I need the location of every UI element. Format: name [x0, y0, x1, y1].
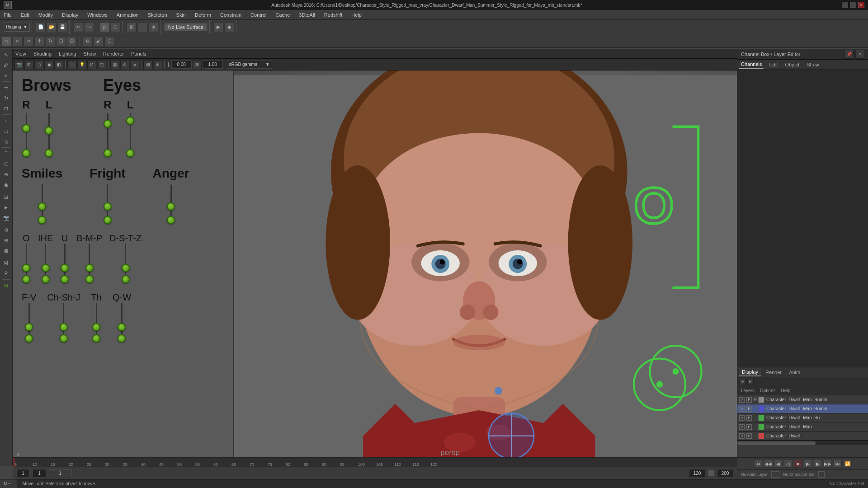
- phoneme-fv-knob[interactable]: [25, 323, 33, 331]
- eyes-l-slider[interactable]: [126, 113, 135, 149]
- maximize-button[interactable]: □: [850, 2, 856, 8]
- rotate-tool-btn[interactable]: ↻: [45, 36, 55, 46]
- vp-menu-renderer[interactable]: Renderer: [102, 51, 125, 56]
- prev-frame-btn[interactable]: ◀: [774, 460, 782, 468]
- python-icon[interactable]: P: [1, 268, 11, 278]
- tab-object[interactable]: Object: [783, 61, 801, 68]
- exposure-input[interactable]: [171, 61, 192, 69]
- vp-menu-panels[interactable]: Panels: [130, 51, 147, 56]
- vp-menu-lighting[interactable]: Lighting: [58, 51, 77, 56]
- smiles-slider[interactable]: [38, 184, 47, 216]
- layer-v-4[interactable]: V: [739, 433, 745, 439]
- timeline-ruler[interactable]: 5 10 15 20 25 30 35 40 45 50 55 60 65 70…: [13, 458, 737, 467]
- phoneme-th-knob[interactable]: [92, 323, 100, 331]
- layers-scroll-left-btn[interactable]: ◄: [739, 379, 745, 385]
- manip-tool-btn[interactable]: ⊟: [67, 36, 77, 46]
- stop-btn[interactable]: ■: [794, 460, 802, 468]
- menu-windows[interactable]: Windows: [85, 12, 109, 18]
- fright-ctrl[interactable]: [104, 216, 112, 224]
- layer-v-3[interactable]: V: [739, 424, 745, 430]
- brows-r-knob[interactable]: [22, 124, 30, 132]
- flat-btn[interactable]: ◧: [54, 60, 63, 69]
- deform-icon[interactable]: ⊕: [1, 169, 11, 179]
- select-icon[interactable]: ↖: [1, 50, 11, 60]
- curve-icon[interactable]: ⌒: [1, 149, 11, 159]
- vp-menu-show[interactable]: Show: [83, 51, 97, 56]
- tex-btn[interactable]: 🗋: [87, 60, 96, 69]
- phoneme-th-ctrl[interactable]: [92, 334, 100, 343]
- fright-knob[interactable]: [104, 202, 112, 211]
- brows-l-slider[interactable]: [44, 113, 53, 149]
- tab-display[interactable]: Display: [739, 368, 761, 376]
- phoneme-fv-slider[interactable]: [24, 303, 33, 334]
- menu-animation[interactable]: Animation: [115, 12, 141, 18]
- color-space-dropdown[interactable]: sRGB gamma▼: [227, 61, 272, 69]
- move-icon[interactable]: ✛: [1, 83, 11, 93]
- tab-anim[interactable]: Anim: [786, 369, 803, 376]
- iso-btn[interactable]: ◈: [130, 60, 139, 69]
- mode-dropdown[interactable]: Rigging ▼: [4, 23, 30, 32]
- mel-tab[interactable]: MEL: [0, 479, 17, 488]
- layer-color-4[interactable]: [758, 433, 764, 439]
- xray-btn[interactable]: ⊙: [120, 60, 129, 69]
- new-file-btn[interactable]: 📄: [36, 22, 46, 32]
- menu-modify[interactable]: Modify: [37, 12, 55, 18]
- step-fwd-btn[interactable]: ▶▶: [824, 460, 832, 468]
- minimize-button[interactable]: ─: [842, 2, 848, 8]
- step-back-btn[interactable]: ◀◀: [764, 460, 772, 468]
- anim-layer-btn[interactable]: [771, 471, 779, 478]
- menu-control[interactable]: Control: [249, 12, 268, 18]
- select-obj-btn[interactable]: ▷: [100, 22, 110, 32]
- cam-settings-btn[interactable]: 📷: [14, 60, 24, 69]
- menu-constrain[interactable]: Constrain: [218, 12, 243, 18]
- brows-l-knob[interactable]: [45, 127, 53, 135]
- menu-display[interactable]: Display: [60, 12, 80, 18]
- move-tool-btn[interactable]: ✛: [34, 36, 44, 46]
- loop-btn[interactable]: 🔁: [844, 460, 852, 468]
- anger-slider[interactable]: [166, 184, 175, 216]
- character-3d-view[interactable]: O persp: [234, 70, 737, 466]
- phoneme-fv-ctrl[interactable]: [25, 334, 33, 343]
- eyes-l-knob[interactable]: [126, 117, 134, 125]
- phoneme-chshj-ctrl[interactable]: [60, 334, 68, 343]
- nurbs-icon[interactable]: ○: [1, 116, 11, 126]
- anim-icon[interactable]: ►: [1, 202, 11, 212]
- play-back-btn[interactable]: ◁: [784, 460, 792, 468]
- joints-btn[interactable]: ⊕: [153, 60, 162, 69]
- camera-icon[interactable]: 📷: [1, 213, 11, 223]
- snap-point-btn[interactable]: ⊕: [148, 22, 158, 32]
- brows-r-slider[interactable]: [22, 113, 31, 149]
- phoneme-th-slider[interactable]: [92, 303, 101, 334]
- layer-p-2[interactable]: P: [746, 415, 752, 421]
- phoneme-u-knob[interactable]: [61, 264, 69, 272]
- close-button[interactable]: ✕: [858, 2, 864, 8]
- hud-btn[interactable]: ▦: [110, 60, 119, 69]
- menu-cache[interactable]: Cache: [274, 12, 292, 18]
- mel-icon[interactable]: M: [1, 258, 11, 268]
- frame-current-input[interactable]: [33, 469, 46, 477]
- smooth-btn[interactable]: ◼: [44, 60, 53, 69]
- phoneme-bmp-knob[interactable]: [85, 264, 94, 272]
- snap-curve-btn[interactable]: ⌒: [137, 22, 147, 32]
- snap-grid-btn[interactable]: ⊞: [127, 22, 137, 32]
- layer-p-0[interactable]: P: [746, 397, 752, 403]
- smiles-ctrl[interactable]: [38, 216, 46, 224]
- smiles-knob[interactable]: [38, 202, 46, 211]
- redo-btn[interactable]: ↪: [84, 22, 94, 32]
- maya-icon[interactable]: M: [1, 281, 11, 291]
- sculpt-icon[interactable]: ⌀: [1, 70, 11, 80]
- render-icon[interactable]: ◉: [1, 180, 11, 190]
- constraint-icon[interactable]: ⊞: [1, 192, 11, 202]
- frame-start-input[interactable]: [16, 469, 30, 477]
- right-panel-close-btn[interactable]: ✕: [855, 50, 864, 59]
- gamma-input[interactable]: [203, 61, 223, 69]
- scale-icon[interactable]: ⊡: [1, 103, 11, 113]
- fright-slider[interactable]: [103, 184, 112, 216]
- phoneme-qw-knob[interactable]: [118, 323, 126, 331]
- go-end-btn[interactable]: ⏭: [834, 460, 842, 468]
- phoneme-o-slider[interactable]: [22, 244, 31, 275]
- phoneme-ihe-knob[interactable]: [42, 264, 50, 272]
- lasso-sel-btn[interactable]: ⊂: [13, 36, 23, 46]
- char-set-btn[interactable]: [818, 471, 825, 478]
- phoneme-u-slider[interactable]: [60, 244, 69, 275]
